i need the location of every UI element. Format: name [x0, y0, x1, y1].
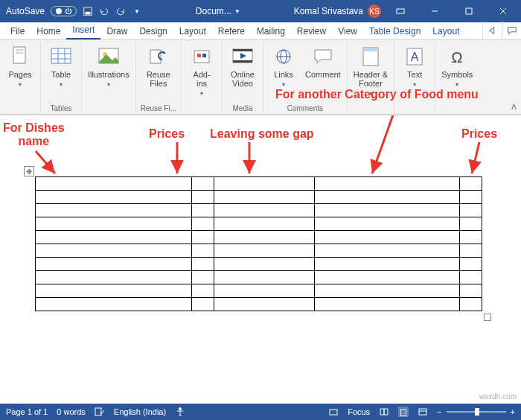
- share-icon[interactable]: [482, 22, 502, 39]
- word-table[interactable]: [35, 176, 482, 311]
- table-cell[interactable]: [192, 177, 214, 191]
- tab-draw[interactable]: Draw: [100, 23, 133, 39]
- table-cell[interactable]: [460, 284, 482, 298]
- table-cell[interactable]: [36, 217, 192, 231]
- maximize-button[interactable]: [454, 0, 484, 22]
- table-cell[interactable]: [36, 191, 192, 204]
- table-cell[interactable]: [192, 271, 214, 284]
- table-cell[interactable]: [214, 258, 315, 271]
- ribbon-display-icon[interactable]: [386, 0, 415, 22]
- table-cell[interactable]: [192, 191, 214, 204]
- tab-review[interactable]: Review: [291, 23, 332, 39]
- title-dropdown-icon[interactable]: ▼: [234, 8, 240, 15]
- collapse-ribbon-icon[interactable]: ᐱ: [511, 103, 517, 111]
- tab-insert[interactable]: Insert: [66, 22, 100, 39]
- table-move-handle[interactable]: ✥: [24, 166, 34, 176]
- tab-view[interactable]: View: [332, 23, 363, 39]
- table-row[interactable]: [36, 204, 482, 217]
- addins-button[interactable]: Add- ins▾: [186, 43, 217, 99]
- table-cell[interactable]: [315, 298, 460, 311]
- table-cell[interactable]: [214, 177, 315, 191]
- table-cell[interactable]: [214, 298, 315, 311]
- tab-references[interactable]: Refere: [212, 23, 251, 39]
- redo-icon[interactable]: [115, 6, 126, 16]
- table-cell[interactable]: [192, 244, 214, 258]
- save-icon[interactable]: [83, 6, 93, 16]
- table-cell[interactable]: [315, 271, 460, 284]
- table-resize-handle[interactable]: [484, 314, 491, 321]
- illustrations-button[interactable]: Illustrations▾: [86, 43, 131, 90]
- table-cell[interactable]: [214, 191, 315, 204]
- table-cell[interactable]: [36, 258, 192, 271]
- table-cell[interactable]: [36, 271, 192, 284]
- table-cell[interactable]: [460, 298, 482, 311]
- table-cell[interactable]: [460, 244, 482, 258]
- table-row[interactable]: [36, 271, 482, 284]
- table-row[interactable]: [36, 231, 482, 244]
- pages-button[interactable]: Pages▾: [4, 43, 36, 90]
- table-row[interactable]: [36, 284, 482, 298]
- language[interactable]: English (India): [114, 407, 166, 416]
- table-cell[interactable]: [315, 177, 460, 191]
- table-cell[interactable]: [460, 191, 482, 204]
- table-row[interactable]: [36, 217, 482, 231]
- table-cell[interactable]: [460, 231, 482, 244]
- links-button[interactable]: Links▾: [268, 43, 299, 90]
- table-cell[interactable]: [36, 298, 192, 311]
- table-cell[interactable]: [36, 244, 192, 258]
- comment-button[interactable]: Comment: [304, 43, 342, 90]
- table-cell[interactable]: [214, 284, 315, 298]
- text-button[interactable]: A Text▾: [399, 43, 430, 90]
- read-mode-icon[interactable]: [379, 407, 389, 417]
- minimize-button[interactable]: [420, 0, 450, 22]
- reuse-files-button[interactable]: Reuse Files: [143, 43, 174, 89]
- table-cell[interactable]: [192, 298, 214, 311]
- table-cell[interactable]: [315, 217, 460, 231]
- focus-icon[interactable]: [328, 407, 339, 417]
- table-cell[interactable]: [460, 177, 482, 191]
- table-cell[interactable]: [192, 231, 214, 244]
- zoom-slider[interactable]: − +: [437, 407, 515, 416]
- table-row[interactable]: [36, 244, 482, 258]
- tab-design[interactable]: Design: [133, 23, 173, 39]
- spellcheck-icon[interactable]: [95, 407, 105, 417]
- tab-mailings[interactable]: Mailing: [251, 23, 291, 39]
- comments-pane-icon[interactable]: [502, 22, 521, 39]
- table-cell[interactable]: [315, 284, 460, 298]
- accessibility-icon[interactable]: [175, 407, 185, 417]
- table-cell[interactable]: [214, 217, 315, 231]
- table-cell[interactable]: [36, 204, 192, 217]
- table-cell[interactable]: [214, 204, 315, 217]
- online-video-button[interactable]: Online Video: [227, 43, 258, 89]
- table-row[interactable]: [36, 298, 482, 311]
- page-number[interactable]: Page 1 of 1: [6, 407, 48, 416]
- table-cell[interactable]: [214, 231, 315, 244]
- table-cell[interactable]: [460, 258, 482, 271]
- table-cell[interactable]: [192, 284, 214, 298]
- print-layout-icon[interactable]: [398, 407, 409, 417]
- table-cell[interactable]: [315, 258, 460, 271]
- table-cell[interactable]: [460, 271, 482, 284]
- tab-table-design[interactable]: Table Design: [363, 23, 426, 39]
- tab-table-layout[interactable]: Layout: [426, 23, 465, 39]
- symbols-button[interactable]: Ω Symbols▾: [440, 43, 474, 90]
- table-cell[interactable]: [192, 217, 214, 231]
- undo-icon[interactable]: [99, 6, 109, 16]
- table-cell[interactable]: [36, 284, 192, 298]
- focus-label[interactable]: Focus: [348, 407, 370, 416]
- table-cell[interactable]: [315, 231, 460, 244]
- user-avatar[interactable]: KS: [368, 4, 381, 18]
- table-row[interactable]: [36, 258, 482, 271]
- zoom-in-icon[interactable]: +: [511, 407, 515, 416]
- word-count[interactable]: 0 words: [57, 407, 86, 416]
- autosave-toggle[interactable]: ⏻: [51, 6, 77, 16]
- table-cell[interactable]: [315, 244, 460, 258]
- table-cell[interactable]: [460, 204, 482, 217]
- close-button[interactable]: [488, 0, 518, 22]
- tab-file[interactable]: File: [4, 23, 31, 39]
- qat-dropdown-icon[interactable]: ▼: [132, 6, 142, 16]
- tab-home[interactable]: Home: [31, 23, 66, 39]
- table-button[interactable]: Table▾: [45, 43, 77, 90]
- table-cell[interactable]: [315, 204, 460, 217]
- table-cell[interactable]: [460, 217, 482, 231]
